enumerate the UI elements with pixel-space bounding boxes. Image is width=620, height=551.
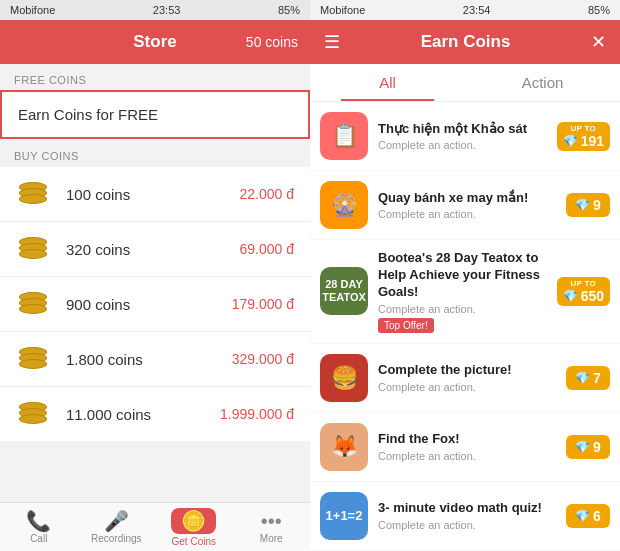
coin-icon-3 <box>16 344 52 374</box>
survey-coins: UP TO 💎 191 <box>557 122 610 151</box>
coin-price-2: 179.000 đ <box>232 296 294 312</box>
fox-info: Find the Fox! Complete an action. <box>378 431 556 462</box>
coin-price-1: 69.000 đ <box>240 241 295 257</box>
fox-gem-icon: 💎 <box>575 440 590 454</box>
fox-sub: Complete an action. <box>378 450 556 462</box>
bootea-thumb: 28 DAY TEATOX <box>320 267 368 315</box>
coin-icon-4 <box>16 399 52 429</box>
wheel-gem-icon: 💎 <box>575 198 590 212</box>
status-bar-right: Mobifone 23:54 85% <box>310 0 620 20</box>
tab-all-label: All <box>379 74 396 91</box>
coin-label-4: 11.000 coins <box>66 406 220 423</box>
free-coins-item[interactable]: Earn Coins for FREE <box>0 90 310 139</box>
buy-coins-list: 100 coins 22.000 đ 320 coins 69.000 đ <box>0 167 310 441</box>
wheel-sub: Complete an action. <box>378 208 556 220</box>
coin-row-2[interactable]: 900 coins 179.000 đ <box>0 277 310 332</box>
coin-label-3: 1.800 coins <box>66 351 232 368</box>
fox-coin-number: 9 <box>593 439 601 455</box>
tab-action[interactable]: Action <box>465 64 620 101</box>
header-right: ☰ Earn Coins ✕ <box>310 20 620 64</box>
coin-label-0: 100 coins <box>66 186 240 203</box>
fox-thumb: 🦊 <box>320 423 368 471</box>
call-icon: 📞 <box>26 511 51 531</box>
tab-action-label: Action <box>522 74 564 91</box>
picture-thumb: 🍔 <box>320 354 368 402</box>
offer-bootea[interactable]: 28 DAY TEATOX Bootea's 28 Day Teatox to … <box>310 240 620 343</box>
bootea-upto: UP TO <box>570 279 596 288</box>
earn-coins-title: Earn Coins <box>421 32 511 52</box>
free-coins-label: FREE COINS <box>0 64 310 90</box>
bootea-coin-number: 650 <box>581 288 604 304</box>
survey-upto: UP TO <box>570 124 596 133</box>
tabs-row: All Action <box>310 64 620 102</box>
offers-list: 📋 Thực hiện một Khảo sát Complete an act… <box>310 102 620 551</box>
bottom-nav: 📞 Call 🎤 Recordings 🪙 Get Coins ••• More <box>0 502 310 551</box>
survey-title: Thực hiện một Khảo sát <box>378 121 547 138</box>
coin-icon-1 <box>16 234 52 264</box>
more-icon: ••• <box>261 511 282 531</box>
coin-price-4: 1.999.000 đ <box>220 406 294 422</box>
picture-gem-icon: 💎 <box>575 371 590 385</box>
coin-label-1: 320 coins <box>66 241 240 258</box>
offer-fox[interactable]: 🦊 Find the Fox! Complete an action. 💎 9 <box>310 413 620 481</box>
coins-badge: 50 coins <box>246 34 298 50</box>
header-left: Store 50 coins <box>0 20 310 64</box>
picture-coins: 💎 7 <box>566 366 610 390</box>
status-bar-left: Mobifone 23:53 85% <box>0 0 310 20</box>
store-title: Store <box>133 32 176 52</box>
buy-coins-label: BUY COINS <box>0 140 310 166</box>
survey-gem-icon: 💎 <box>563 134 578 148</box>
picture-title: Complete the picture! <box>378 362 556 379</box>
picture-coin-number: 7 <box>593 370 601 386</box>
bootea-sub: Complete an action. <box>378 303 547 315</box>
math-thumb: 1+1=2 <box>320 492 368 540</box>
math-info: 3- minute video math quiz! Complete an a… <box>378 500 556 531</box>
nav-call[interactable]: 📞 Call <box>0 511 78 544</box>
wheel-coin-number: 9 <box>593 197 601 213</box>
bootea-title: Bootea's 28 Day Teatox to Help Achieve y… <box>378 250 547 301</box>
math-title: 3- minute video math quiz! <box>378 500 556 517</box>
nav-get-coins-label: Get Coins <box>172 536 216 547</box>
wheel-thumb: 🎡 <box>320 181 368 229</box>
math-coins: 💎 6 <box>566 504 610 528</box>
coin-label-2: 900 coins <box>66 296 232 313</box>
coin-icon-2 <box>16 289 52 319</box>
math-sub: Complete an action. <box>378 519 556 531</box>
top-offer-badge: Top Offer! <box>378 318 434 333</box>
right-panel: Mobifone 23:54 85% ☰ Earn Coins ✕ All Ac… <box>310 0 620 551</box>
bootea-coins: UP TO 💎 650 <box>557 277 610 306</box>
fox-coins: 💎 9 <box>566 435 610 459</box>
left-panel: Mobifone 23:53 85% Store 50 coins FREE C… <box>0 0 310 551</box>
coin-row-3[interactable]: 1.800 coins 329.000 đ <box>0 332 310 387</box>
bootea-gem-icon: 💎 <box>563 289 578 303</box>
wheel-coins: 💎 9 <box>566 193 610 217</box>
battery-right: 85% <box>588 4 610 16</box>
nav-more[interactable]: ••• More <box>233 511 311 544</box>
offer-survey[interactable]: 📋 Thực hiện một Khảo sát Complete an act… <box>310 102 620 170</box>
offer-wheel[interactable]: 🎡 Quay bánh xe may mắn! Complete an acti… <box>310 171 620 239</box>
wheel-info: Quay bánh xe may mắn! Complete an action… <box>378 190 556 221</box>
coin-row-0[interactable]: 100 coins 22.000 đ <box>0 167 310 222</box>
coin-price-0: 22.000 đ <box>240 186 295 202</box>
recordings-icon: 🎤 <box>104 511 129 531</box>
close-icon[interactable]: ✕ <box>591 31 606 53</box>
math-gem-icon: 💎 <box>575 509 590 523</box>
offer-picture[interactable]: 🍔 Complete the picture! Complete an acti… <box>310 344 620 412</box>
coin-row-1[interactable]: 320 coins 69.000 đ <box>0 222 310 277</box>
free-coins-text: Earn Coins for FREE <box>18 106 158 123</box>
offer-math[interactable]: 1+1=2 3- minute video math quiz! Complet… <box>310 482 620 550</box>
survey-info: Thực hiện một Khảo sát Complete an actio… <box>378 121 547 152</box>
picture-sub: Complete an action. <box>378 381 556 393</box>
survey-thumb: 📋 <box>320 112 368 160</box>
wheel-title: Quay bánh xe may mắn! <box>378 190 556 207</box>
nav-recordings[interactable]: 🎤 Recordings <box>78 511 156 544</box>
tab-all[interactable]: All <box>310 64 465 101</box>
menu-icon[interactable]: ☰ <box>324 31 340 53</box>
coin-icon-0 <box>16 179 52 209</box>
survey-coin-number: 191 <box>581 133 604 149</box>
coin-price-3: 329.000 đ <box>232 351 294 367</box>
coin-row-4[interactable]: 11.000 coins 1.999.000 đ <box>0 387 310 441</box>
nav-get-coins[interactable]: 🪙 Get Coins <box>155 508 233 547</box>
carrier-right: Mobifone <box>320 4 365 16</box>
get-coins-icon: 🪙 <box>181 510 206 532</box>
